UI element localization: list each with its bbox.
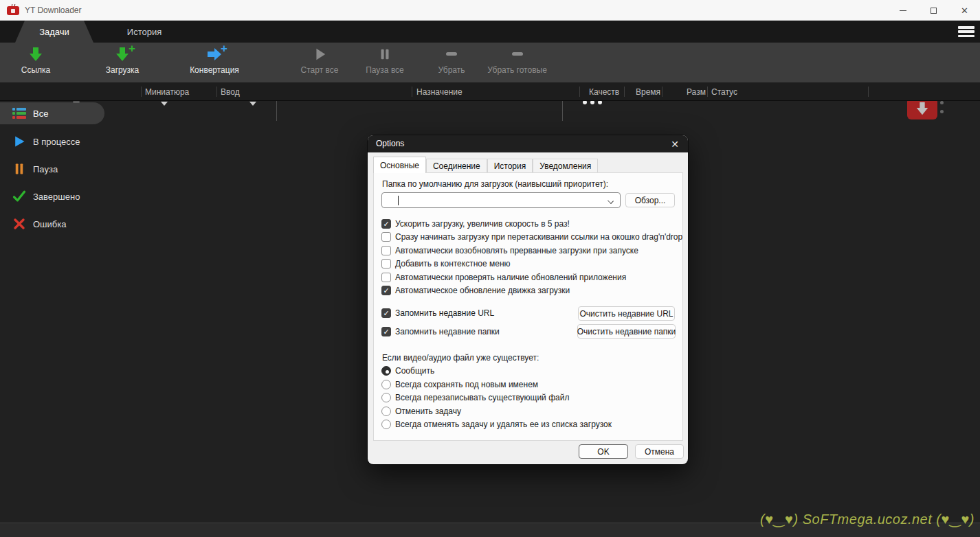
checkbox-unchecked-icon bbox=[381, 232, 391, 242]
dialog-tab-connection[interactable]: Соединение bbox=[426, 159, 487, 173]
app-logo-icon bbox=[7, 5, 19, 15]
pause-all-icon bbox=[373, 45, 397, 63]
tab-tasks-label: Задачи bbox=[39, 27, 69, 37]
conversion-dropdown-chevron-icon[interactable] bbox=[249, 102, 256, 106]
start-all-button[interactable]: Старт все bbox=[289, 45, 350, 80]
tab-history-label: История bbox=[127, 27, 162, 37]
remove-button[interactable]: Убрать bbox=[424, 45, 479, 80]
tab-history[interactable]: История bbox=[109, 21, 180, 43]
add-download-button[interactable]: + Загрузка bbox=[91, 45, 153, 80]
dialog-title: Options bbox=[376, 139, 404, 148]
checkbox-remember-urls[interactable]: ✓ Запомнить недавние URL bbox=[381, 308, 494, 318]
column-time[interactable]: Время bbox=[636, 87, 660, 97]
play-all-icon bbox=[308, 45, 331, 63]
column-thumbnail[interactable]: Миниатюра bbox=[145, 87, 189, 97]
all-tasks-icon bbox=[12, 106, 26, 120]
remove-done-button[interactable]: Убрать готовые bbox=[478, 45, 557, 80]
minimize-icon bbox=[900, 10, 906, 11]
app-window: YT Downloader ✕ Задачи История Ссылка + … bbox=[0, 0, 980, 537]
add-link-button[interactable]: Ссылка bbox=[5, 45, 66, 80]
toolbar: Ссылка + Загрузка + Конвертация Старт вс… bbox=[0, 43, 980, 82]
download-plus-icon: + bbox=[111, 45, 134, 63]
download-dropdown-chevron-icon[interactable] bbox=[161, 102, 168, 106]
column-input[interactable]: Ввод bbox=[221, 87, 240, 97]
checkbox-checked-icon: ✓ bbox=[381, 219, 391, 229]
cancel-button[interactable]: Отмена bbox=[635, 444, 684, 459]
link-download-icon bbox=[24, 45, 47, 63]
default-folder-combobox[interactable] bbox=[381, 192, 621, 208]
watermark: (♥‿♥) SoFTmega.ucoz.net (♥‿♥) bbox=[760, 511, 975, 527]
pause-all-label: Пауза все bbox=[366, 65, 404, 75]
checkbox-speed-boost[interactable]: ✓ Ускорить загрузку, увеличив скорость в… bbox=[381, 219, 570, 229]
add-conversion-label: Конвертация bbox=[190, 65, 239, 75]
ok-button[interactable]: OK bbox=[579, 444, 628, 459]
maximize-icon bbox=[931, 8, 937, 14]
main-tabstrip: Задачи История bbox=[0, 21, 980, 43]
checkbox-checked-icon: ✓ bbox=[381, 286, 391, 295]
remove-done-minus-icon bbox=[506, 45, 529, 63]
menu-hamburger-icon[interactable] bbox=[958, 25, 975, 38]
checkbox-unchecked-icon bbox=[381, 273, 391, 282]
radio-overwrite[interactable]: Всегда перезаписывать существующий файл bbox=[381, 393, 569, 402]
add-conversion-button[interactable]: + Конвертация bbox=[180, 45, 249, 80]
dialog-close-icon[interactable]: ✕ bbox=[667, 137, 682, 151]
remove-label: Убрать bbox=[438, 65, 465, 75]
remove-done-label: Убрать готовые bbox=[487, 65, 547, 75]
error-x-icon bbox=[12, 217, 26, 231]
radio-save-new-name[interactable]: Всегда сохранять под новым именем bbox=[381, 380, 538, 389]
start-all-label: Старт все bbox=[301, 65, 339, 75]
radio-unselected-icon bbox=[381, 407, 391, 416]
checkbox-check-updates[interactable]: Автоматически проверять наличие обновлен… bbox=[381, 273, 626, 282]
dialog-tab-notifications[interactable]: Уведомления bbox=[533, 159, 598, 173]
remove-minus-icon bbox=[440, 45, 463, 63]
add-link-label: Ссылка bbox=[21, 65, 50, 75]
checkbox-checked-icon: ✓ bbox=[381, 327, 391, 336]
task-list-header: Миниатюра Ввод Назначение Качеств Время … bbox=[0, 82, 980, 101]
column-status[interactable]: Статус bbox=[711, 87, 737, 97]
column-destination[interactable]: Назначение bbox=[416, 87, 463, 97]
tab-tasks[interactable]: Задачи bbox=[15, 21, 93, 43]
dialog-tabs: Основные Соединение История Уведомления bbox=[373, 157, 598, 173]
sidebar-label-all: Все bbox=[33, 108, 48, 119]
options-dialog: Options ✕ Основные Соединение История Ув… bbox=[368, 135, 688, 464]
pause-all-button[interactable]: Пауза все bbox=[354, 45, 416, 80]
minimize-button[interactable] bbox=[887, 0, 918, 21]
add-download-label: Загрузка bbox=[106, 65, 140, 75]
text-caret bbox=[398, 196, 399, 205]
close-icon: ✕ bbox=[961, 6, 968, 15]
window-title: YT Downloader bbox=[25, 5, 82, 15]
column-quality[interactable]: Качеств bbox=[589, 87, 619, 97]
column-size[interactable]: Разм bbox=[687, 87, 706, 97]
checkbox-resume-on-start[interactable]: Автоматически возобновлять прерванные за… bbox=[381, 246, 638, 255]
radio-unselected-icon bbox=[381, 393, 391, 402]
sidebar-label-error: Ошибка bbox=[33, 219, 66, 229]
in-progress-play-icon bbox=[12, 135, 26, 148]
checkbox-checked-icon: ✓ bbox=[381, 308, 391, 318]
sidebar-item-all[interactable]: Все bbox=[0, 102, 104, 124]
convert-plus-icon: + bbox=[203, 45, 226, 63]
sidebar-label-completed: Завершено bbox=[33, 192, 80, 202]
dialog-tab-general[interactable]: Основные bbox=[373, 157, 426, 173]
paused-pause-icon bbox=[12, 162, 26, 176]
checkbox-engine-autoupdate[interactable]: ✓ Автоматическое обновление движка загру… bbox=[381, 286, 570, 295]
close-button[interactable]: ✕ bbox=[949, 0, 980, 21]
window-titlebar: YT Downloader ✕ bbox=[0, 0, 980, 21]
radio-ask[interactable]: Сообщить bbox=[381, 366, 434, 376]
dialog-tab-history[interactable]: История bbox=[487, 159, 533, 173]
clear-recent-folders-button[interactable]: Очистить недавние папки bbox=[577, 324, 676, 339]
browse-button[interactable]: Обзор... bbox=[625, 193, 675, 207]
maximize-button[interactable] bbox=[918, 0, 949, 21]
clear-recent-urls-button[interactable]: Очистить недавние URL bbox=[578, 306, 675, 321]
radio-cancel-task[interactable]: Отменить задачу bbox=[381, 407, 461, 416]
radio-cancel-and-remove[interactable]: Всегда отменять задачу и удалять ее из с… bbox=[381, 420, 612, 429]
file-exists-label: Если видео/аудио файл уже существует: bbox=[382, 353, 539, 363]
radio-selected-icon bbox=[381, 366, 391, 376]
combobox-chevron-down-icon[interactable] bbox=[608, 198, 614, 204]
checkbox-remember-folders[interactable]: ✓ Запомнить недавние папки bbox=[381, 327, 500, 336]
checkbox-unchecked-icon bbox=[381, 246, 391, 255]
checkbox-start-on-drag[interactable]: Сразу начинать загрузку при перетаскиван… bbox=[381, 232, 682, 242]
completed-check-icon bbox=[12, 190, 26, 203]
checkbox-context-menu[interactable]: Добавить в контекстное меню bbox=[381, 259, 511, 268]
default-folder-label: Папка по умолчанию для загрузок (наивысш… bbox=[382, 179, 608, 189]
sidebar-label-in-progress: В процессе bbox=[33, 137, 80, 147]
